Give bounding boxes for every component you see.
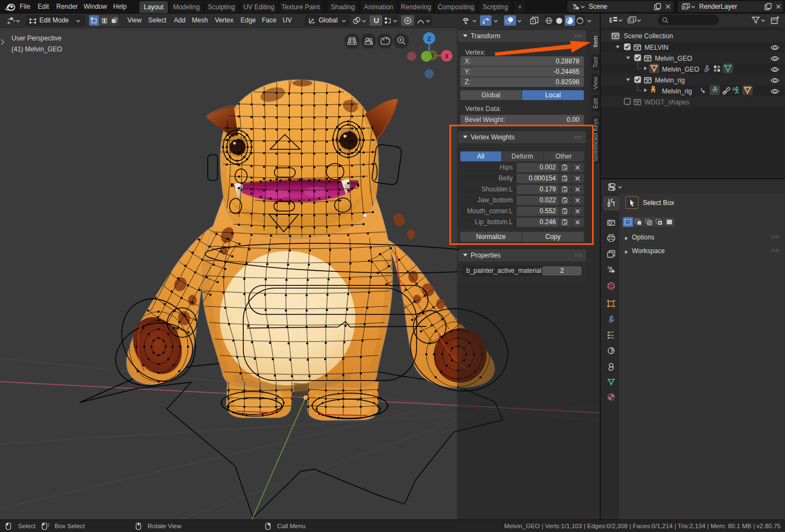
svg-text:X: X xyxy=(445,54,449,60)
svg-text:Z: Z xyxy=(427,36,431,42)
